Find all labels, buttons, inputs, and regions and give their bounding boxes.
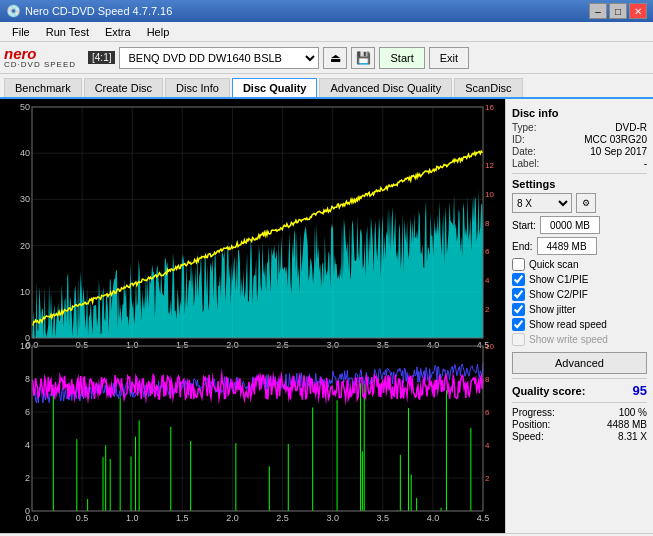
toolbar: nero CD·DVD SPEED [4:1] BENQ DVD DD DW16… bbox=[0, 42, 653, 74]
show-c2-pif-checkbox[interactable] bbox=[512, 288, 525, 301]
title-bar: 💿 Nero CD-DVD Speed 4.7.7.16 – □ ✕ bbox=[0, 0, 653, 22]
nero-logo: nero bbox=[4, 46, 76, 61]
show-read-speed-label: Show read speed bbox=[529, 319, 607, 330]
show-write-speed-row: Show write speed bbox=[512, 333, 647, 346]
disc-type-value: DVD-R bbox=[615, 122, 647, 133]
show-c2-pif-row: Show C2/PIF bbox=[512, 288, 647, 301]
show-read-speed-checkbox[interactable] bbox=[512, 318, 525, 331]
show-write-speed-label: Show write speed bbox=[529, 334, 608, 345]
position-row: Position: 4488 MB bbox=[512, 419, 647, 430]
divider-2 bbox=[512, 378, 647, 379]
tab-scan-disc[interactable]: ScanDisc bbox=[454, 78, 522, 97]
drive-badge: [4:1] bbox=[88, 51, 115, 64]
show-jitter-checkbox[interactable] bbox=[512, 303, 525, 316]
show-jitter-row: Show jitter bbox=[512, 303, 647, 316]
menu-run-test[interactable]: Run Test bbox=[38, 24, 97, 40]
tab-create-disc[interactable]: Create Disc bbox=[84, 78, 163, 97]
disc-label-value: - bbox=[644, 158, 647, 169]
end-mb-row: End: bbox=[512, 237, 647, 255]
disc-label-label: Label: bbox=[512, 158, 539, 169]
quick-scan-row: Quick scan bbox=[512, 258, 647, 271]
divider-1 bbox=[512, 173, 647, 174]
disc-id-row: ID: MCC 03RG20 bbox=[512, 134, 647, 145]
start-mb-row: Start: bbox=[512, 216, 647, 234]
show-jitter-label: Show jitter bbox=[529, 304, 576, 315]
quality-score-value: 95 bbox=[633, 383, 647, 398]
menu-help[interactable]: Help bbox=[139, 24, 178, 40]
show-c2-pif-label: Show C2/PIF bbox=[529, 289, 588, 300]
main-content: Disc info Type: DVD-R ID: MCC 03RG20 Dat… bbox=[0, 99, 653, 533]
disc-label-row: Label: - bbox=[512, 158, 647, 169]
quality-score-label: Quality score: bbox=[512, 385, 585, 397]
main-chart-canvas bbox=[0, 99, 505, 533]
quality-score-row: Quality score: 95 bbox=[512, 383, 647, 398]
disc-date-value: 10 Sep 2017 bbox=[590, 146, 647, 157]
progress-label: Progress: bbox=[512, 407, 555, 418]
disc-id-label: ID: bbox=[512, 134, 525, 145]
show-c1-pie-label: Show C1/PIE bbox=[529, 274, 588, 285]
end-mb-input[interactable] bbox=[537, 237, 597, 255]
menu-file[interactable]: File bbox=[4, 24, 38, 40]
tabs: Benchmark Create Disc Disc Info Disc Qua… bbox=[0, 74, 653, 99]
window-title: Nero CD-DVD Speed 4.7.7.16 bbox=[25, 5, 172, 17]
show-c1-pie-checkbox[interactable] bbox=[512, 273, 525, 286]
disc-date-row: Date: 10 Sep 2017 bbox=[512, 146, 647, 157]
nero-subtitle: CD·DVD SPEED bbox=[4, 61, 76, 69]
close-button[interactable]: ✕ bbox=[629, 3, 647, 19]
tab-advanced-disc-quality[interactable]: Advanced Disc Quality bbox=[319, 78, 452, 97]
divider-3 bbox=[512, 402, 647, 403]
menu-extra[interactable]: Extra bbox=[97, 24, 139, 40]
speed-value: 8.31 X bbox=[618, 431, 647, 442]
settings-icon[interactable]: ⚙ bbox=[576, 193, 596, 213]
quick-scan-checkbox[interactable] bbox=[512, 258, 525, 271]
disc-info-title: Disc info bbox=[512, 107, 647, 119]
maximize-button[interactable]: □ bbox=[609, 3, 627, 19]
speed-row: 8 X ⚙ bbox=[512, 193, 647, 213]
menu-bar: File Run Test Extra Help bbox=[0, 22, 653, 42]
disc-id-value: MCC 03RG20 bbox=[584, 134, 647, 145]
tab-disc-info[interactable]: Disc Info bbox=[165, 78, 230, 97]
position-value: 4488 MB bbox=[607, 419, 647, 430]
logo-area: nero CD·DVD SPEED bbox=[4, 46, 76, 69]
minimize-button[interactable]: – bbox=[589, 3, 607, 19]
disc-date-label: Date: bbox=[512, 146, 536, 157]
drive-selector: [4:1] BENQ DVD DD DW1640 BSLB bbox=[88, 47, 319, 69]
exit-button[interactable]: Exit bbox=[429, 47, 469, 69]
settings-title: Settings bbox=[512, 178, 647, 190]
eject-icon[interactable]: ⏏ bbox=[323, 47, 347, 69]
quick-scan-label: Quick scan bbox=[529, 259, 578, 270]
progress-row: Progress: 100 % bbox=[512, 407, 647, 418]
show-read-speed-row: Show read speed bbox=[512, 318, 647, 331]
start-mb-label: Start: bbox=[512, 220, 536, 231]
position-label: Position: bbox=[512, 419, 550, 430]
progress-value: 100 % bbox=[619, 407, 647, 418]
advanced-button[interactable]: Advanced bbox=[512, 352, 647, 374]
right-panel: Disc info Type: DVD-R ID: MCC 03RG20 Dat… bbox=[505, 99, 653, 533]
disc-type-label: Type: bbox=[512, 122, 536, 133]
show-c1-pie-row: Show C1/PIE bbox=[512, 273, 647, 286]
speed-label: Speed: bbox=[512, 431, 544, 442]
title-bar-left: 💿 Nero CD-DVD Speed 4.7.7.16 bbox=[6, 4, 172, 18]
disc-type-row: Type: DVD-R bbox=[512, 122, 647, 133]
tab-disc-quality[interactable]: Disc Quality bbox=[232, 78, 318, 97]
title-bar-controls: – □ ✕ bbox=[589, 3, 647, 19]
end-mb-label: End: bbox=[512, 241, 533, 252]
speed-select[interactable]: 8 X bbox=[512, 193, 572, 213]
start-button[interactable]: Start bbox=[379, 47, 424, 69]
show-write-speed-checkbox[interactable] bbox=[512, 333, 525, 346]
speed-row-quality: Speed: 8.31 X bbox=[512, 431, 647, 442]
drive-dropdown[interactable]: BENQ DVD DD DW1640 BSLB bbox=[119, 47, 319, 69]
chart-area bbox=[0, 99, 505, 533]
save-icon[interactable]: 💾 bbox=[351, 47, 375, 69]
start-mb-input[interactable] bbox=[540, 216, 600, 234]
tab-benchmark[interactable]: Benchmark bbox=[4, 78, 82, 97]
